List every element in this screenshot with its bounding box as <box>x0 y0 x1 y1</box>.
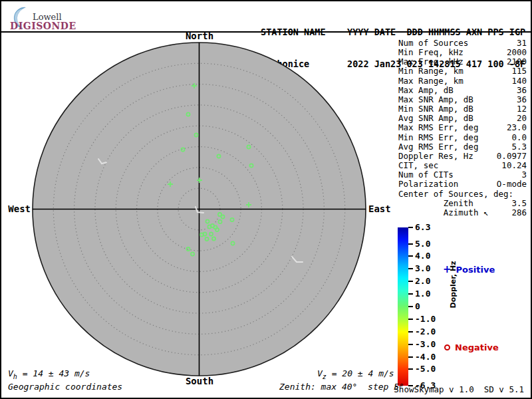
stat-value: 2100 <box>507 57 527 66</box>
colorbar-tick-mark <box>408 281 413 282</box>
stat-value: 0.0977 <box>497 152 527 161</box>
stat-value: 5.3 <box>511 142 527 152</box>
stat-label: Center of Sources, deg: <box>398 190 513 199</box>
stat-row: Max Range, km140 <box>398 76 527 86</box>
stat-value: 12 <box>517 104 527 114</box>
colorbar-tick-label: -5.0 <box>415 364 436 374</box>
showskymap-window: Lowell DIGISONDE STATION NAMEYYYYDATEDDD… <box>0 0 532 399</box>
stat-row: CIT, sec10.24 <box>398 161 527 170</box>
colorbar-tick-mark <box>408 268 413 269</box>
stat-value: 140 <box>511 76 527 86</box>
stat-value: 0.0 <box>511 133 527 142</box>
horizontal-velocity-readout: Vh = 14 ± 43 m/s <box>8 368 90 380</box>
stat-value: 20 <box>517 114 527 123</box>
stat-row: PolarizationO-mode <box>398 180 527 189</box>
colorbar-tick-label: 3.0 <box>415 264 430 273</box>
plus-marker-icon: + <box>443 265 452 274</box>
stat-label: Num of CITs <box>398 170 454 180</box>
legend-negative: Negative <box>444 342 499 352</box>
stat-row: Max Freq, kHz2100 <box>398 57 527 66</box>
stat-label: Azimuth ↖ <box>398 208 488 217</box>
doppler-colorbar: 6.35.04.03.02.01.00-1.0-2.0-3.0-4.0-5.0-… <box>398 227 477 386</box>
stat-value: O-mode <box>497 180 527 189</box>
colorbar-tick-label: -2.0 <box>415 327 436 336</box>
stat-value: 36 <box>517 86 527 95</box>
coordinates-mode-label: Geographic coordinates <box>8 382 122 392</box>
colorbar-tick-mark <box>408 368 413 370</box>
vertical-velocity-readout: Vz = 20 ± 4 m/s <box>317 368 394 380</box>
colorbar-tick-mark <box>408 306 413 307</box>
stat-label: Max RMS Err, deg <box>398 123 478 132</box>
legend-positive-label: Positive <box>456 265 495 275</box>
colorbar-tick-mark <box>408 243 413 245</box>
stat-value: 3 <box>521 170 527 180</box>
stat-row: Min RMS Err, deg0.0 <box>398 133 527 142</box>
colorbar-tick-mark <box>408 227 413 228</box>
colorbar-tick-label: -4.0 <box>415 352 436 362</box>
stat-value: 10.24 <box>501 161 527 170</box>
stat-label: CIT, sec <box>398 161 438 170</box>
compass-north-label: North <box>166 31 233 41</box>
stats-panel: Num of Sources31Min Freq, kHz2000Max Fre… <box>398 39 527 217</box>
stat-row: Num of CITs3 <box>398 170 527 180</box>
stat-label: Avg SNR Amp, dB <box>398 114 473 123</box>
colorbar-tick-label: -3.0 <box>415 340 436 349</box>
stat-value: 23.0 <box>507 123 527 132</box>
colorbar-tick-label: 2.0 <box>415 277 430 286</box>
legend-negative-label: Negative <box>455 342 499 352</box>
colorbar-tick-label: 6.3 <box>415 223 430 232</box>
colorbar-tick-label: 1.0 <box>415 289 430 299</box>
colorbar-tick-mark <box>408 344 413 345</box>
legend-positive: + Positive <box>443 265 495 275</box>
stat-row: Avg RMS Err, deg5.3 <box>398 142 527 152</box>
colorbar-tick-label: -1.0 <box>415 315 436 324</box>
colorbar-tick-label: 0 <box>415 302 420 311</box>
doppler-colorbar-gradient <box>398 227 408 386</box>
stat-row: Min SNR Amp, dB12 <box>398 104 527 114</box>
stat-row: Max Amp, dB36 <box>398 86 527 95</box>
stat-label: Doppler Res, Hz <box>398 152 473 161</box>
colorbar-tick-mark <box>408 255 413 257</box>
compass-south-label: South <box>166 376 233 386</box>
stat-row: Avg SNR Amp, dB20 <box>398 114 527 123</box>
colorbar-tick-mark <box>408 356 413 358</box>
stat-label: Max Freq, kHz <box>398 57 464 66</box>
stat-value: 2000 <box>507 48 527 57</box>
stat-row: Min Range, km115 <box>398 66 527 76</box>
zenith-scale-note: Zenith: max 40° step 5° <box>279 382 404 392</box>
stat-row: Num of Sources31 <box>398 39 527 48</box>
colorbar-tick-mark <box>408 319 413 320</box>
stat-label: Avg RMS Err, deg <box>398 142 478 152</box>
stat-label: Min RMS Err, deg <box>398 133 478 142</box>
stat-label: Min SNR Amp, dB <box>398 104 473 114</box>
stat-row: Max SNR Amp, dB36 <box>398 95 527 104</box>
stat-row: Max RMS Err, deg23.0 <box>398 123 527 132</box>
stat-row: Min Freq, kHz2000 <box>398 48 527 57</box>
stat-value: 31 <box>517 39 527 48</box>
colorbar-tick-mark <box>408 331 413 332</box>
colorbar-tick-label: 5.0 <box>415 239 430 249</box>
stat-label: Num of Sources <box>398 39 468 48</box>
stat-row: Azimuth ↖286 <box>398 208 527 217</box>
stat-value: 36 <box>517 95 527 104</box>
stat-label: Min Freq, kHz <box>398 48 464 57</box>
stat-value: 3.5 <box>511 199 527 208</box>
stat-label: Zenith <box>398 199 473 208</box>
stat-value: 115 <box>511 66 527 76</box>
stat-label: Max Range, km <box>398 76 464 86</box>
stat-row: Center of Sources, deg: <box>398 190 527 199</box>
stat-label: Polarization <box>398 180 458 189</box>
stat-label: Min Range, km <box>398 66 464 76</box>
version-label: ShowSkymap v 1.0 SD v 5.1 <box>394 384 524 394</box>
circle-marker-icon <box>444 344 450 350</box>
colorbar-tick-label: 4.0 <box>415 251 430 261</box>
compass-west-label: West <box>5 203 31 214</box>
stat-label: Max Amp, dB <box>398 86 454 95</box>
colorbar-tick-mark <box>408 293 413 295</box>
stat-label: Max SNR Amp, dB <box>398 95 473 104</box>
stat-row: Zenith3.5 <box>398 199 527 208</box>
stat-value: 286 <box>511 208 527 217</box>
stat-row: Doppler Res, Hz0.0977 <box>398 152 527 161</box>
compass-east-label: East <box>368 203 391 214</box>
